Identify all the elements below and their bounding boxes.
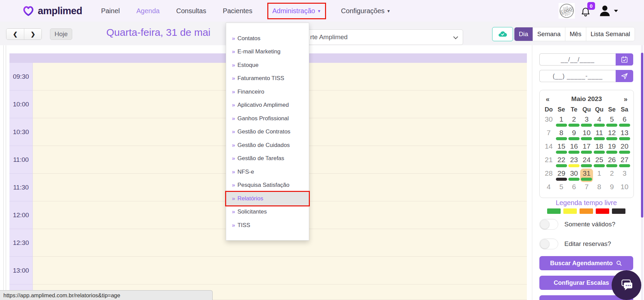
mini-calendar-day[interactable]: 5 (555, 182, 567, 196)
mini-calendar-day[interactable]: 4 (593, 115, 606, 128)
calendar-left-border (3, 45, 6, 300)
mini-calendar-day[interactable]: 29 (555, 169, 567, 182)
mini-calendar-day[interactable]: 10 (580, 128, 593, 142)
time-label: 13:00 (9, 257, 33, 284)
toggle-switch[interactable] (539, 219, 558, 230)
double-chevron-icon: » (232, 182, 235, 189)
menu-item[interactable]: »Gestão de Contratos (226, 125, 309, 139)
mini-calendar-day[interactable]: 24 (580, 155, 593, 169)
mini-calendar-day[interactable]: 16 (568, 142, 580, 155)
mini-calendar-day[interactable]: 22 (555, 155, 567, 169)
mini-calendar-day[interactable]: 18 (593, 142, 606, 155)
nav-item[interactable]: Pacientes▼ (222, 4, 253, 18)
day-availability-bar (606, 151, 617, 154)
double-chevron-icon: » (232, 115, 235, 122)
avatar-icon (598, 4, 612, 18)
mini-calendar-day[interactable]: 3 (618, 169, 631, 182)
mini-calendar-day[interactable]: 8 (593, 182, 606, 196)
time-slot[interactable] (33, 257, 527, 284)
menu-item[interactable]: »Financeiro (226, 85, 309, 99)
mini-calendar-day[interactable]: 20 (618, 142, 631, 155)
chat-support-button[interactable] (612, 270, 641, 300)
mini-calendar-day[interactable]: 9 (568, 128, 580, 142)
menu-item[interactable]: »Pesquisa Satisfação (226, 179, 309, 192)
double-chevron-icon: » (232, 48, 235, 55)
mini-calendar-day[interactable]: 13 (618, 128, 631, 142)
mini-calendar-day[interactable]: 31 (580, 169, 593, 182)
chevron-down-icon: ▼ (386, 9, 391, 14)
mini-calendar-day[interactable]: 8 (555, 128, 567, 142)
mini-calendar-day[interactable]: 4 (542, 182, 555, 196)
phone-input[interactable]: (__) _____-____ (539, 70, 616, 82)
administracao-dropdown-menu: »Contatos»E-mail Marketing»Estoque»Fatur… (226, 23, 309, 241)
nav-item[interactable]: Agenda▼ (136, 4, 160, 18)
mini-calendar-day[interactable]: 21 (542, 155, 555, 169)
mini-calendar-day[interactable]: 6 (568, 182, 580, 196)
next-day-button[interactable]: ❯ (24, 29, 42, 40)
go-to-date-button[interactable] (616, 53, 633, 66)
next-month-button[interactable]: » (619, 95, 627, 103)
mini-calendar-day[interactable]: 10 (618, 182, 631, 196)
nav-item[interactable]: Administração▼ (268, 4, 325, 18)
view-button[interactable]: Lista Semanal (586, 27, 635, 41)
page-scrollbar-thumb[interactable] (641, 53, 643, 218)
mini-calendar-day[interactable]: 2 (568, 115, 580, 128)
mini-calendar-day[interactable]: 3 (580, 115, 593, 128)
mini-calendar-day[interactable]: 17 (580, 142, 593, 155)
menu-item[interactable]: »Estoque (226, 58, 309, 72)
view-button[interactable]: Mês (565, 27, 586, 41)
mini-calendar-day[interactable]: 23 (568, 155, 580, 169)
mini-calendar-day[interactable]: 26 (606, 155, 618, 169)
mini-calendar-day[interactable]: 6 (618, 115, 631, 128)
menu-item[interactable]: »NFS-e (226, 165, 309, 179)
mini-calendar-day[interactable]: 30 (568, 169, 580, 182)
nav-item[interactable]: Configurações▼ (340, 4, 391, 18)
user-menu[interactable] (598, 4, 618, 18)
menu-item[interactable]: »Aplicativo Amplimed (226, 99, 309, 112)
menu-item[interactable]: »Faturamento TISS (226, 72, 309, 85)
notifications-button[interactable]: 0 (580, 3, 592, 18)
menu-item[interactable]: »Relatórios (226, 192, 309, 205)
menu-item[interactable]: »Solicitantes (226, 205, 309, 219)
menu-item[interactable]: »Ganhos Profissional (226, 112, 309, 125)
mini-calendar-day[interactable]: 30 (542, 115, 555, 128)
buscar-agendamento-button[interactable]: Buscar Agendamento (539, 256, 633, 270)
date-input[interactable]: __/__/____ (539, 53, 616, 66)
time-label: 12:00 (9, 201, 33, 229)
clinic-logo-stamp[interactable]: SUA LOGO AQUI (559, 3, 575, 19)
double-chevron-icon: » (232, 62, 235, 69)
menu-item[interactable]: »E-mail Marketing (226, 45, 309, 59)
today-button[interactable]: Hoje (50, 28, 72, 40)
mini-calendar-day[interactable]: 9 (606, 182, 618, 196)
toggle-switch[interactable] (539, 239, 558, 249)
sync-status-button[interactable] (492, 27, 513, 41)
menu-item[interactable]: »TISS (226, 219, 309, 232)
mini-calendar-day[interactable]: 7 (542, 128, 555, 142)
mini-calendar-day[interactable]: 19 (606, 142, 618, 155)
previous-month-button[interactable]: « (546, 95, 554, 103)
brand-logo[interactable]: amplimed (22, 4, 82, 18)
mini-calendar-day[interactable]: 5 (606, 115, 618, 128)
mini-calendar-day[interactable]: 12 (606, 128, 618, 142)
send-button[interactable] (616, 70, 633, 82)
mini-calendar-day[interactable]: 15 (555, 142, 567, 155)
previous-day-button[interactable]: ❮ (6, 29, 24, 40)
mini-calendar-day[interactable]: 11 (593, 128, 606, 142)
menu-item[interactable]: »Gestão de Tarefas (226, 152, 309, 166)
mini-calendar-day[interactable]: 28 (542, 169, 555, 182)
day-availability-bar (581, 178, 592, 181)
mini-calendar-day[interactable]: 14 (542, 142, 555, 155)
day-availability-bar (556, 124, 567, 127)
mini-calendar-day[interactable]: 1 (555, 115, 567, 128)
menu-item[interactable]: »Gestão de Cuidados (226, 139, 309, 152)
mini-calendar-day[interactable]: 1 (593, 169, 606, 182)
nav-item[interactable]: Painel▼ (100, 4, 120, 18)
mini-calendar-day[interactable]: 25 (593, 155, 606, 169)
mini-calendar-day[interactable]: 2 (606, 169, 618, 182)
menu-item[interactable]: »Contatos (226, 32, 309, 45)
view-button[interactable]: Semana (533, 27, 565, 41)
mini-calendar-day[interactable]: 7 (580, 182, 593, 196)
mini-calendar-day[interactable]: 27 (618, 155, 631, 169)
view-button[interactable]: Dia (514, 27, 533, 41)
nav-item[interactable]: Consultas▼ (176, 4, 207, 18)
